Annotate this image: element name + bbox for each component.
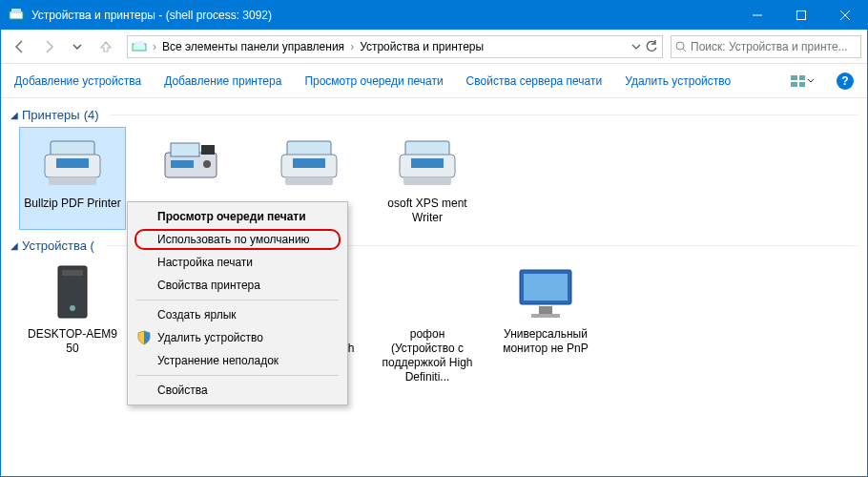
svg-rect-10 — [791, 75, 797, 80]
chevron-down-icon[interactable] — [631, 42, 641, 52]
fax-icon — [153, 132, 229, 193]
svg-rect-22 — [171, 160, 194, 168]
forward-button[interactable] — [35, 33, 62, 60]
svg-rect-13 — [799, 82, 805, 87]
svg-rect-11 — [791, 82, 797, 87]
chevron-down-icon: ◢ — [10, 110, 18, 120]
view-options-button[interactable] — [791, 70, 814, 93]
svg-rect-26 — [285, 177, 333, 185]
svg-point-8 — [676, 42, 684, 50]
svg-rect-19 — [171, 143, 199, 156]
svg-rect-37 — [531, 314, 560, 318]
svg-rect-32 — [62, 270, 83, 276]
device-item[interactable]: DESKTOP-AEM9 50 — [20, 259, 125, 388]
window-title: Устройства и принтеры - (shell process: … — [31, 9, 735, 22]
ctx-set-default[interactable]: Использовать по умолчанию — [131, 228, 344, 251]
content-area: ◢ Принтеры (4) Bullzip PDF Printer — [1, 98, 867, 477]
ctx-remove-device[interactable]: Удалить устройство — [131, 326, 344, 349]
svg-rect-1 — [11, 9, 21, 13]
help-button[interactable]: ? — [837, 73, 854, 90]
device-icon — [389, 262, 465, 323]
svg-rect-17 — [49, 177, 96, 185]
recent-locations-button[interactable] — [64, 33, 91, 60]
navbar: › Все элементы панели управления › Устро… — [1, 30, 867, 64]
breadcrumb-current[interactable]: Устройства и принтеры — [360, 40, 484, 53]
ctx-troubleshoot[interactable]: Устранение неполадок — [131, 349, 344, 372]
printer-icon — [34, 132, 111, 193]
group-count: (4) — [84, 108, 99, 122]
printer-icon — [271, 132, 347, 193]
app-icon — [9, 8, 24, 23]
shield-icon — [136, 330, 152, 345]
item-label: DESKTOP-AEM9 50 — [24, 327, 121, 356]
ctx-properties[interactable]: Свойства — [131, 379, 344, 402]
remove-device-button[interactable]: Удалить устройство — [625, 74, 731, 88]
svg-rect-7 — [134, 41, 144, 46]
context-menu: Просмотр очереди печати Использовать по … — [127, 201, 348, 405]
group-title: Устройства ( — [22, 238, 94, 253]
printer-item[interactable]: Bullzip PDF Printer — [20, 128, 125, 229]
add-device-button[interactable]: Добавление устройства — [14, 74, 141, 88]
search-input[interactable] — [691, 40, 857, 53]
add-printer-button[interactable]: Добавление принтера — [164, 74, 281, 88]
ctx-print-prefs[interactable]: Настройка печати — [131, 251, 344, 274]
chevron-right-icon: › — [153, 40, 156, 53]
item-label: Универсальный монитор не PnP — [497, 327, 594, 356]
search-icon — [675, 41, 687, 52]
svg-line-9 — [683, 49, 686, 52]
item-label: рофон (Устройство с поддержкой High Defi… — [379, 327, 476, 384]
ctx-view-queue[interactable]: Просмотр очереди печати — [131, 205, 344, 228]
svg-rect-30 — [403, 177, 451, 185]
computer-icon — [34, 262, 111, 323]
minimize-button[interactable] — [735, 1, 779, 30]
device-item[interactable]: рофон (Устройство с поддержкой High Defi… — [375, 259, 480, 388]
server-props-button[interactable]: Свойства сервера печати — [466, 74, 603, 88]
svg-rect-20 — [201, 145, 215, 155]
svg-rect-25 — [293, 158, 325, 168]
devices-icon — [132, 39, 147, 54]
titlebar: Устройства и принтеры - (shell process: … — [1, 1, 867, 30]
refresh-icon[interactable] — [645, 40, 658, 53]
separator — [136, 300, 339, 301]
printer-item[interactable]: osoft XPS ment Writer — [375, 128, 480, 229]
svg-rect-29 — [411, 158, 444, 168]
separator — [136, 375, 339, 376]
group-header-printers[interactable]: ◢ Принтеры (4) — [10, 108, 858, 122]
svg-rect-35 — [524, 274, 568, 301]
svg-rect-36 — [539, 306, 552, 314]
command-bar: Добавление устройства Добавление принтер… — [1, 64, 867, 98]
ctx-printer-props[interactable]: Свойства принтера — [131, 274, 344, 297]
svg-rect-12 — [799, 75, 805, 80]
address-bar[interactable]: › Все элементы панели управления › Устро… — [127, 35, 663, 58]
up-button[interactable] — [93, 33, 119, 60]
ctx-create-shortcut[interactable]: Создать ярлык — [131, 303, 344, 326]
ctx-label: Удалить устройство — [157, 331, 263, 344]
item-label: Bullzip PDF Printer — [24, 197, 120, 225]
close-button[interactable] — [823, 1, 867, 30]
back-button[interactable] — [7, 33, 33, 60]
breadcrumb-root[interactable]: Все элементы панели управления — [162, 40, 344, 53]
maximize-button[interactable] — [779, 1, 823, 30]
item-label: osoft XPS ment Writer — [379, 197, 476, 225]
view-queue-button[interactable]: Просмотр очереди печати — [304, 74, 443, 88]
group-title: Принтеры — [22, 108, 80, 122]
device-item[interactable]: Универсальный монитор не PnP — [493, 259, 598, 388]
svg-rect-16 — [56, 158, 89, 168]
svg-rect-3 — [797, 11, 806, 20]
chevron-right-icon: › — [350, 40, 354, 53]
svg-point-21 — [203, 160, 211, 168]
search-box[interactable] — [671, 35, 861, 58]
svg-point-33 — [70, 305, 75, 311]
printer-icon — [389, 132, 465, 193]
chevron-down-icon: ◢ — [10, 240, 18, 251]
monitor-icon — [507, 262, 584, 323]
